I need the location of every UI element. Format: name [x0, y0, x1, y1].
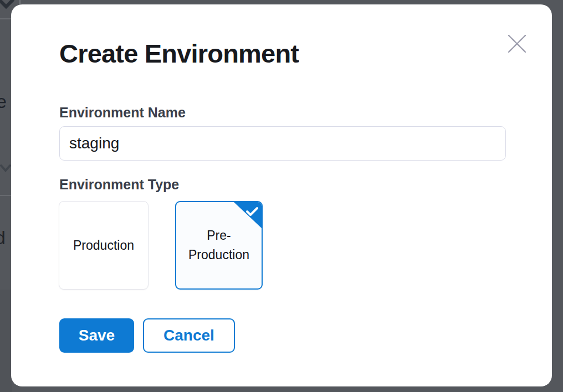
chevron-down-icon	[0, 0, 14, 10]
option-label: Pre-Production	[176, 226, 262, 265]
check-icon	[245, 206, 259, 217]
background-divider	[0, 18, 12, 19]
close-icon[interactable]	[506, 33, 528, 54]
background-band	[0, 290, 12, 392]
environment-name-input[interactable]	[59, 126, 506, 161]
environment-type-option-production[interactable]: Production	[59, 201, 149, 290]
create-environment-dialog: Create Environment Environment Name Envi…	[11, 4, 552, 386]
dialog-actions: Save Cancel	[59, 318, 235, 353]
environment-type-option-pre-production[interactable]: Pre-Production	[175, 201, 263, 290]
selected-corner-badge	[234, 202, 262, 228]
environment-type-options: Production Pre-Production	[59, 201, 263, 290]
environment-name-label: Environment Name	[59, 104, 186, 121]
background-text-fragment: e	[0, 91, 7, 112]
chevron-down-icon	[0, 164, 12, 173]
option-label: Production	[65, 236, 142, 255]
environment-type-label: Environment Type	[59, 176, 179, 193]
dialog-title: Create Environment	[59, 39, 299, 69]
background-divider	[0, 195, 12, 196]
background-text-fragment: d	[0, 227, 6, 249]
save-button[interactable]: Save	[59, 318, 134, 353]
cancel-button[interactable]: Cancel	[143, 318, 235, 353]
